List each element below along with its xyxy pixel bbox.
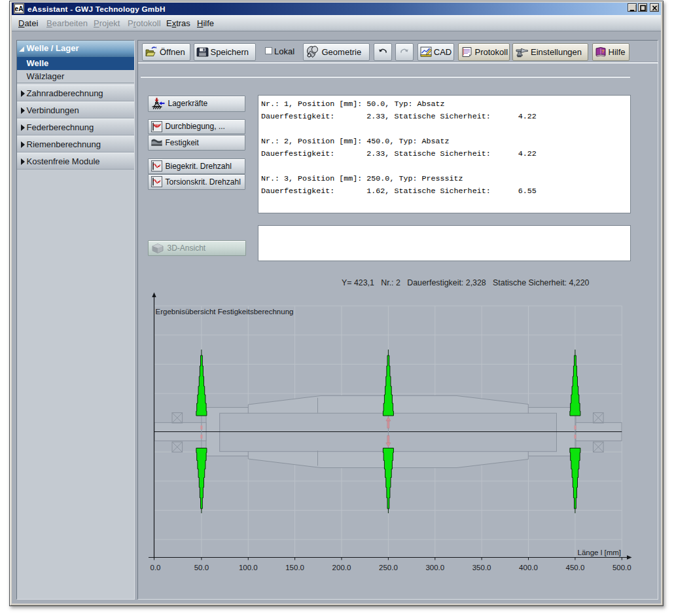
- svg-text:?: ?: [601, 48, 605, 54]
- svg-text:300.0: 300.0: [425, 563, 444, 571]
- svg-text:350.0: 350.0: [472, 563, 491, 571]
- svg-text:400.0: 400.0: [519, 563, 538, 571]
- svg-text:150.0: 150.0: [285, 563, 304, 571]
- svg-text:Ergebnisübersicht Festigkeitsb: Ergebnisübersicht Festigkeitsberechnung: [156, 308, 294, 316]
- svg-text:50.0: 50.0: [194, 563, 209, 571]
- svg-text:500.0: 500.0: [612, 563, 631, 571]
- svg-text:450.0: 450.0: [566, 563, 585, 571]
- svg-text:0.0: 0.0: [151, 563, 161, 571]
- svg-text:Länge l [mm]: Länge l [mm]: [578, 549, 621, 556]
- svg-text:100.0: 100.0: [239, 563, 258, 571]
- svg-text:250.0: 250.0: [379, 563, 398, 571]
- svg-text:200.0: 200.0: [332, 563, 351, 571]
